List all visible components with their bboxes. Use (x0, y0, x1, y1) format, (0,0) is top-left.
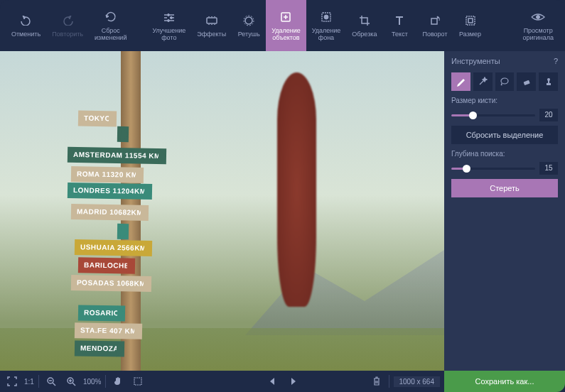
sign-plate: LONDRES 11204KM (68, 183, 152, 200)
sign-plate: ROMA 11320 KM (71, 166, 144, 183)
fullscreen-button[interactable] (4, 374, 20, 389)
sign-plate: MENDOZA (75, 340, 124, 356)
sign-plate (117, 126, 129, 142)
delete-button[interactable] (369, 374, 384, 389)
brush-size-slider[interactable] (451, 114, 535, 116)
crop-label: Обрезка (352, 31, 377, 38)
object-removal-button[interactable]: Удаление объектов (266, 0, 306, 51)
svg-rect-10 (466, 16, 475, 25)
svg-point-4 (245, 17, 252, 24)
status-bar: 1:1 100% 1000 x 664 Сохранить как... (0, 371, 565, 392)
resize-label: Размер (459, 31, 481, 38)
view-original-label: Просмотр оригинала (522, 27, 554, 41)
effects-label: Эффекты (197, 31, 226, 38)
text-icon (392, 13, 407, 28)
svg-point-17 (547, 78, 550, 81)
eraser-tool[interactable] (517, 72, 536, 91)
crop-icon (357, 13, 372, 28)
sign-plate (117, 224, 129, 239)
brush-size-value[interactable]: 20 (539, 109, 558, 121)
save-as-button[interactable]: Сохранить как... (444, 371, 565, 392)
canvas[interactable]: TOKYOAMSTERDAM 11554 KMROMA 11320 KMLOND… (0, 51, 444, 371)
sign-plate: STA.FE 407 KM (75, 322, 142, 339)
svg-point-12 (537, 16, 540, 19)
prev-button[interactable] (264, 374, 280, 389)
svg-rect-20 (134, 378, 141, 385)
next-button[interactable] (286, 374, 301, 389)
foliage-artwork (0, 328, 444, 371)
object-removal-icon (279, 10, 293, 24)
retouch-label: Ретушь (238, 31, 260, 38)
reset-selection-button[interactable]: Сбросить выделение (451, 126, 558, 144)
sign-plate: USHUAIA 2566KM (75, 239, 152, 256)
main-area: TOKYOAMSTERDAM 11554 KMROMA 11320 KMLOND… (0, 51, 565, 371)
tool-row (451, 72, 558, 91)
side-panel: Инструменты ? Размер кисти: 20 Сбросить … (444, 51, 565, 371)
enhance-label: Улучшение фото (152, 27, 185, 41)
sign-plate: AMSTERDAM 11554 KM (68, 147, 166, 164)
sign-plate: TOKYO (78, 111, 117, 127)
retouch-icon (242, 13, 256, 28)
depth-value[interactable]: 15 (539, 162, 558, 175)
brush-size-slider-row: 20 (451, 109, 558, 121)
reset-label: Сброс изменений (95, 27, 127, 41)
side-header: Инструменты ? (451, 57, 558, 65)
bg-removal-button[interactable]: Удаление фона (306, 0, 347, 51)
resize-icon (463, 13, 478, 28)
depth-slider[interactable] (451, 168, 535, 170)
depth-label: Глубина поиска: (451, 150, 558, 158)
svg-rect-9 (431, 18, 437, 24)
undo-button[interactable]: Отменить (6, 0, 46, 51)
brush-tool[interactable] (451, 72, 470, 91)
svg-point-13 (501, 78, 508, 84)
redo-icon (60, 13, 75, 28)
svg-point-0 (167, 14, 169, 16)
retouch-button[interactable]: Ретушь (232, 0, 266, 51)
redo-label: Повторить (52, 31, 83, 38)
sign-plate: BARILOCHE (78, 257, 135, 273)
object-removal-label: Удаление объектов (271, 27, 301, 41)
undo-icon (19, 13, 33, 28)
svg-point-1 (170, 17, 172, 19)
rotate-button[interactable]: Поворот (416, 0, 453, 51)
help-button[interactable]: ? (554, 57, 558, 65)
svg-point-8 (324, 15, 328, 19)
mountain-artwork (245, 250, 444, 335)
redo-button[interactable]: Повторить (46, 0, 89, 51)
text-button[interactable]: Текст (382, 0, 416, 51)
view-original-button[interactable]: Просмотр оригинала (517, 0, 559, 51)
zoom-in-button[interactable] (63, 374, 79, 389)
text-label: Текст (392, 31, 408, 38)
stamp-tool[interactable] (539, 72, 558, 91)
erase-button[interactable]: Стереть (451, 179, 558, 197)
sign-plate: POSADAS 1068KM (71, 275, 151, 292)
reset-icon (104, 10, 118, 24)
side-title: Инструменты (451, 57, 500, 65)
zoom-ratio[interactable]: 1:1 (24, 378, 34, 386)
bg-removal-icon (319, 10, 333, 24)
enhance-button[interactable]: Улучшение фото (146, 0, 191, 51)
resize-button[interactable]: Размер (453, 0, 488, 51)
reset-button[interactable]: Сброс изменений (89, 0, 132, 51)
svg-rect-14 (523, 80, 529, 85)
wand-tool[interactable] (473, 72, 493, 91)
svg-point-2 (167, 20, 169, 22)
depth-slider-row: 15 (451, 162, 558, 175)
effects-button[interactable]: Эффекты (191, 0, 232, 51)
enhance-icon (162, 10, 176, 24)
brush-size-label: Размер кисти: (451, 97, 558, 104)
eye-icon (531, 10, 545, 24)
rotate-label: Поворот (422, 31, 447, 38)
crop-button[interactable]: Обрезка (346, 0, 382, 51)
marquee-tool-button[interactable] (130, 374, 146, 389)
hand-tool-button[interactable] (110, 374, 126, 389)
top-toolbar: Отменить Повторить Сброс изменений Улучш… (0, 0, 565, 51)
effects-icon (205, 13, 219, 28)
zoom-level: 100% (83, 378, 102, 386)
selection-highlight (277, 72, 316, 307)
zoom-out-button[interactable] (43, 374, 59, 389)
svg-rect-3 (207, 18, 217, 23)
lasso-tool[interactable] (495, 72, 515, 91)
svg-rect-15 (547, 83, 551, 85)
sign-plate: MADRID 10682KM (71, 204, 149, 221)
